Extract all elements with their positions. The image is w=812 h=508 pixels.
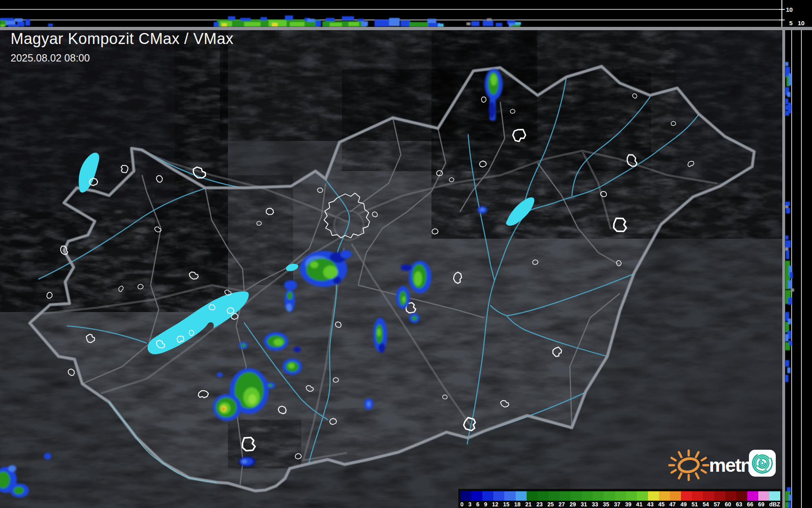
colorbar-tick-label: 0 (460, 501, 464, 508)
metnet-app-icon (749, 450, 776, 477)
colorbar-tick-label: 25 (547, 501, 554, 508)
right-profile-strip: 5 10 (785, 18, 812, 508)
colorbar-tick-label: 39 (625, 501, 632, 508)
colorbar-cell (648, 491, 659, 501)
colorbar-cell (769, 491, 780, 501)
colorbar-tick-label: 29 (569, 501, 576, 508)
colorbar-cell (527, 491, 538, 501)
colorbar-cell (482, 491, 493, 501)
radar-viewer: 10 5 5 10 (0, 0, 812, 508)
colorbar-tick-label: 45 (658, 501, 665, 508)
colorbar-tick-label: 66 (747, 501, 753, 508)
colorbar-tick-label: 57 (714, 501, 720, 508)
colorbar-cell (516, 491, 527, 501)
colorbar-cell (615, 491, 626, 501)
metnet-logo[interactable]: metnet (668, 446, 782, 484)
colorbar-tick-label: 49 (681, 501, 687, 508)
sun-icon (669, 451, 708, 480)
colorbar-tick-label: 37 (614, 501, 620, 508)
colorbar-tick-label: 47 (670, 501, 676, 508)
colorbar-cells (460, 491, 780, 501)
colorbar-tick-label: 41 (636, 501, 643, 508)
colorbar-labels: 0369121518212325272931333537394143454749… (460, 501, 780, 508)
colorbar-tick-label: dBZ (769, 501, 780, 508)
reflectivity-colorbar: 0369121518212325272931333537394143454749… (458, 489, 782, 508)
colorbar-cell (681, 491, 692, 501)
colorbar-cell (582, 491, 593, 501)
colorbar-cell (549, 491, 560, 501)
colorbar-tick-label: 51 (692, 501, 698, 508)
colorbar-cell (692, 491, 703, 501)
colorbar-tick-label: 21 (525, 501, 532, 508)
vertical-divider (782, 30, 785, 508)
colorbar-cell (460, 491, 471, 501)
colorbar-tick-label: 15 (503, 501, 510, 508)
map-area (0, 27, 782, 508)
colorbar-tick-label: 9 (484, 501, 487, 508)
colorbar-tick-label: 12 (492, 501, 499, 508)
right-axis-label-10km: 10 (798, 20, 805, 26)
colorbar-tick-label: 18 (514, 501, 521, 508)
colorbar-cell (637, 491, 648, 501)
colorbar-cell (493, 491, 504, 501)
colorbar-cell (747, 491, 758, 501)
colorbar-cell (714, 491, 725, 501)
colorbar-tick-label: 33 (592, 501, 598, 508)
colorbar-cell (538, 491, 549, 501)
colorbar-tick-label: 54 (703, 501, 709, 508)
colorbar-cell (725, 491, 736, 501)
colorbar-cell (758, 491, 769, 501)
colorbar-cell (560, 491, 571, 501)
colorbar-tick-label: 23 (536, 501, 543, 508)
top-axis-label-10km: 10 (786, 6, 793, 13)
colorbar-cell (571, 491, 582, 501)
colorbar-tick-label: 35 (603, 501, 609, 508)
colorbar-cell (604, 491, 615, 501)
radar-map-canvas: 10 5 5 10 (0, 0, 812, 508)
colorbar-tick-label: 69 (758, 501, 764, 508)
colorbar-tick-label: 31 (581, 501, 587, 508)
colorbar-tick-label: 6 (476, 501, 479, 508)
horizontal-divider (0, 27, 812, 30)
colorbar-tick-label: 63 (736, 501, 742, 508)
colorbar-tick-label: 60 (725, 501, 731, 508)
colorbar-cell (471, 491, 482, 501)
colorbar-cell (736, 491, 747, 501)
colorbar-tick-label: 43 (647, 501, 654, 508)
top-profile-strip (0, 0, 782, 27)
colorbar-tick-label: 27 (558, 501, 565, 508)
colorbar-tick-label: 3 (468, 501, 471, 508)
right-axis-label-5km: 5 (789, 20, 792, 26)
colorbar-cell (626, 491, 637, 501)
colorbar-cell (703, 491, 714, 501)
colorbar-cell (670, 491, 681, 501)
colorbar-cell (593, 491, 604, 501)
colorbar-cell (504, 491, 515, 501)
colorbar-cell (659, 491, 670, 501)
